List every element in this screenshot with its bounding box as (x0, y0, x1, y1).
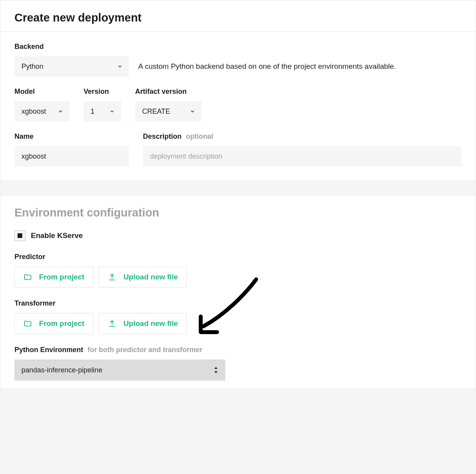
python-env-selected-value: pandas-inference-pipeline (21, 366, 102, 374)
backend-label: Backend (14, 43, 462, 51)
predictor-label: Predictor (14, 253, 462, 261)
transformer-label: Transformer (14, 299, 462, 308)
page-title: Create new deployment (14, 11, 462, 24)
model-selected-value: xgboost (21, 107, 46, 116)
folder-icon (23, 273, 32, 281)
predictor-from-project-button[interactable]: From project (14, 267, 93, 288)
backend-description: A custom Python backend based on one of … (138, 62, 396, 71)
artifact-label: Artifact version (135, 88, 201, 96)
model-select[interactable]: xgboost (14, 101, 70, 122)
python-env-select[interactable]: pandas-inference-pipeline (14, 360, 225, 381)
python-env-hint: for both predictor and transformer (87, 346, 202, 354)
folder-icon (23, 319, 32, 328)
predictor-upload-button[interactable]: Upload new file (99, 267, 187, 288)
name-label: Name (14, 132, 129, 141)
chevron-down-icon (58, 109, 63, 114)
description-label-text: Description (143, 132, 182, 140)
deployment-form-panel: Create new deployment Backend Python A c… (0, 0, 476, 181)
description-input[interactable] (143, 146, 462, 166)
version-field: Version 1 (84, 88, 121, 122)
artifact-select[interactable]: CREATE (135, 101, 201, 122)
backend-select[interactable]: Python (14, 56, 129, 77)
button-label: Upload new file (123, 319, 178, 328)
name-input[interactable] (14, 146, 129, 166)
description-field: Description optional (143, 132, 462, 166)
sort-icon (214, 367, 218, 373)
upload-icon (108, 273, 116, 281)
environment-config-panel: Environment configuration Enable KServe … (0, 195, 476, 389)
description-optional-hint: optional (186, 132, 213, 140)
divider (0, 31, 476, 32)
backend-selected-value: Python (21, 63, 43, 71)
version-select[interactable]: 1 (84, 101, 121, 122)
name-field: Name (14, 132, 129, 166)
upload-icon (108, 319, 116, 328)
model-label: Model (14, 88, 70, 96)
artifact-field: Artifact version CREATE (135, 88, 201, 122)
version-selected-value: 1 (91, 107, 94, 116)
python-env-label-text: Python Environment (14, 346, 83, 354)
checkbox-mark-icon (18, 233, 22, 238)
kserve-label: Enable KServe (31, 231, 83, 240)
kserve-checkbox[interactable] (14, 230, 25, 241)
artifact-selected-value: CREATE (142, 107, 170, 116)
chevron-down-icon (117, 64, 123, 69)
model-field: Model xgboost (14, 88, 70, 122)
transformer-upload-button[interactable]: Upload new file (99, 313, 187, 334)
button-label: From project (39, 273, 84, 281)
chevron-down-icon (109, 109, 115, 114)
button-label: From project (39, 319, 84, 328)
description-label: Description optional (143, 132, 462, 141)
chevron-down-icon (190, 109, 195, 114)
backend-field: Backend Python A custom Python backend b… (14, 43, 462, 88)
python-env-label: Python Environment for both predictor an… (14, 346, 462, 354)
environment-heading: Environment configuration (14, 206, 462, 219)
transformer-from-project-button[interactable]: From project (14, 313, 93, 334)
button-label: Upload new file (123, 273, 178, 281)
version-label: Version (84, 88, 121, 96)
